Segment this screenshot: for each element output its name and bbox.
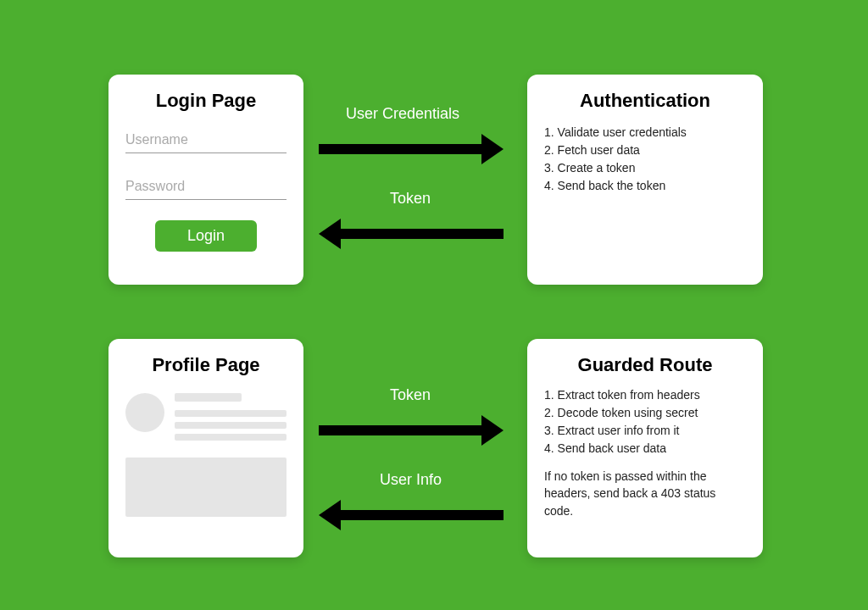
guarded-title: Guarded Route: [544, 354, 746, 376]
login-title: Login Page: [125, 90, 287, 112]
arrow-user-info: [319, 500, 504, 530]
content-placeholder: [125, 458, 287, 517]
guarded-step: Send back user data: [544, 440, 746, 458]
auth-steps: Validate user credentials Fetch user dat…: [544, 124, 746, 195]
arrow-token-send: [319, 415, 504, 446]
guarded-step: Extract user info from it: [544, 422, 746, 440]
arrow-shaft: [319, 144, 481, 154]
auth-title: Authentication: [544, 90, 746, 112]
text-placeholder: [175, 393, 242, 402]
profile-page-card: Profile Page: [108, 339, 303, 557]
arrow-left-icon: [319, 219, 341, 249]
profile-skeleton-header: [125, 393, 287, 446]
arrow-left-icon: [319, 500, 341, 530]
text-placeholder: [175, 410, 287, 417]
auth-step: Send back the token: [544, 177, 746, 195]
guarded-steps: Extract token from headers Decode token …: [544, 386, 746, 458]
arrow-label-token: Token: [390, 190, 431, 208]
arrow-label-token-2: Token: [390, 386, 431, 404]
password-field: Password: [125, 174, 287, 200]
arrow-label-user-credentials: User Credentials: [346, 105, 459, 123]
login-button: Login: [155, 220, 257, 252]
profile-title: Profile Page: [125, 354, 287, 376]
arrow-shaft: [341, 229, 504, 239]
auth-step: Fetch user data: [544, 141, 746, 159]
text-placeholder-group: [175, 393, 287, 446]
arrow-user-credentials: [319, 134, 504, 164]
text-placeholder: [175, 434, 287, 441]
arrow-right-icon: [481, 415, 504, 446]
guarded-step: Decode token using secret: [544, 404, 746, 422]
auth-step: Validate user credentials: [544, 124, 746, 141]
guarded-note: If no token is passed within the headers…: [544, 468, 746, 519]
arrow-token-back: [319, 219, 504, 249]
arrow-shaft: [319, 425, 481, 435]
arrow-label-user-info: User Info: [380, 471, 442, 489]
authentication-card: Authentication Validate user credentials…: [527, 75, 763, 285]
avatar-placeholder: [125, 393, 164, 432]
username-field: Username: [125, 127, 287, 153]
guarded-step: Extract token from headers: [544, 386, 746, 404]
arrow-shaft: [341, 510, 504, 520]
guarded-route-card: Guarded Route Extract token from headers…: [527, 339, 763, 557]
login-page-card: Login Page Username Password Login: [108, 75, 303, 285]
text-placeholder: [175, 422, 287, 429]
auth-step: Create a token: [544, 159, 746, 177]
arrow-right-icon: [481, 134, 504, 164]
